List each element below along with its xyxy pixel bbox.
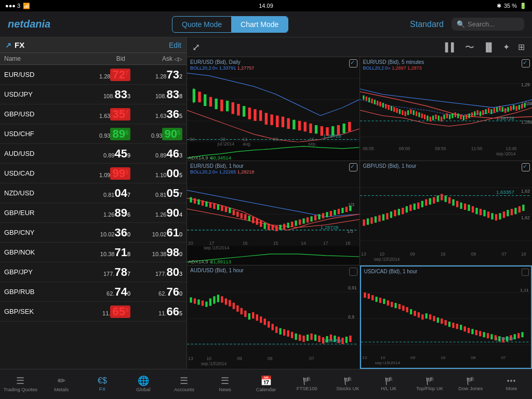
svg-rect-70	[415, 111, 417, 116]
fx-row-gbpnok[interactable]: GBP/NOK 10.38 718 10.38 980	[0, 243, 187, 262]
svg-rect-154	[310, 217, 312, 222]
grid-icon[interactable]: ⊞	[516, 40, 527, 54]
chart-checkbox[interactable]	[349, 163, 357, 171]
fx-row-eurusd[interactable]: EUR/USD 1.28 727 1.28 732	[0, 65, 187, 85]
chart-checkbox[interactable]	[349, 268, 357, 276]
nav-ftse100[interactable]: 🏴 FTSE100	[286, 369, 327, 399]
fx-row-gbpjpy[interactable]: GBP/JPY 177. 787 177. 803	[0, 262, 187, 282]
candle-chart-icon[interactable]: ▐▌	[481, 41, 497, 54]
line-chart-icon[interactable]: 〜	[463, 39, 476, 56]
svg-text:13: 13	[361, 251, 366, 257]
svg-rect-149	[291, 222, 293, 227]
fx-row-gbpsek[interactable]: GBP/SEK 11. 659 11. 665	[0, 302, 187, 322]
fx-row-nzdusd[interactable]: NZD/USD 0.81 047 0.81 057	[0, 183, 187, 203]
status-right: ✱ 35 % 🔋	[497, 3, 527, 9]
nav-stocks-uk[interactable]: 🏴 Stocks UK	[327, 369, 368, 399]
chart-gbpusd-1h[interactable]: GBP/USD (Bid), 1 hour	[360, 161, 533, 264]
svg-rect-161	[338, 209, 340, 214]
fx-row-gbpusd[interactable]: GBP/USD 1.63 357 1.63 365	[0, 104, 187, 124]
svg-rect-194	[405, 206, 407, 212]
svg-rect-147	[283, 224, 285, 229]
svg-rect-69	[413, 110, 414, 115]
svg-rect-132	[225, 207, 227, 212]
svg-text:17: 17	[323, 241, 328, 246]
chart-eurusd-5min[interactable]: EUR/USD (Bid), 5 minutes BOLL20,2:0= 1,2…	[360, 57, 533, 161]
chart-eurusd-1h[interactable]: EUR/USD (Bid), 1 hour BOLL20,2:0= 1,2226…	[187, 161, 360, 264]
expand-icon[interactable]: ⤢	[192, 42, 200, 53]
svg-rect-300	[383, 299, 385, 304]
nav-metals[interactable]: ✏ Metals	[41, 369, 82, 399]
chart-usdcad-1h[interactable]: USD/CAD (Bid), 1 hour	[360, 265, 533, 369]
charts-toolbar: ⤢ ▌▌ 〜 ▐▌ ✦ ⊞	[187, 37, 532, 57]
fx-column-headers: Name Bid Ask ◁▷	[0, 53, 187, 65]
svg-rect-258	[260, 316, 262, 323]
svg-rect-321	[463, 326, 466, 331]
chart-audusd-1h[interactable]: AUD/USD (Bid), 1 hour	[187, 265, 360, 369]
chart-checkbox[interactable]	[522, 163, 530, 171]
bid-price: 1.26 896	[78, 207, 130, 219]
svg-rect-101	[501, 107, 503, 112]
nav-trading-quotes[interactable]: ☰ Trading Quotes	[0, 369, 41, 399]
svg-rect-15	[248, 108, 251, 119]
header: netdania Quote Mode Chart Mode Standard …	[0, 11, 532, 37]
nav-top-flop-uk[interactable]: 🏴 Top/Flop UK	[409, 369, 450, 399]
svg-rect-192	[397, 209, 400, 215]
fx-row-gbprub[interactable]: GBP/RUB 62. 740 62. 760	[0, 282, 187, 302]
fx-row-gbpcny[interactable]: GBP/CNY 10.02 360 10.02 610	[0, 223, 187, 243]
fx-row-usdchf[interactable]: USD/CHF 0.93 896 0.93 905	[0, 124, 187, 144]
nav-fx[interactable]: €$ FX	[82, 369, 123, 399]
fx-row-usdcad[interactable]: USD/CAD 1.09 999 1.10 005	[0, 164, 187, 183]
svg-rect-280	[345, 337, 348, 343]
nav-global[interactable]: 🌐 Global	[123, 369, 164, 399]
nav-news[interactable]: ☰ News	[205, 369, 246, 399]
chart-checkbox[interactable]	[349, 59, 357, 68]
svg-text:1,62: 1,62	[521, 216, 530, 221]
fx-icon: €$	[98, 377, 107, 385]
svg-rect-18	[265, 113, 268, 124]
svg-rect-188	[382, 215, 384, 221]
svg-text:60,34514: 60,34514	[210, 155, 231, 161]
bar-chart-icon[interactable]: ▌▌	[443, 41, 459, 54]
fx-row-gbpeur[interactable]: GBP/EUR 1.26 896 1.26 904	[0, 203, 187, 223]
svg-text:1,63: 1,63	[521, 189, 530, 194]
nav-dow-jones[interactable]: 🏴 Dow Jones	[450, 369, 491, 399]
svg-rect-27	[315, 125, 317, 134]
svg-text:10: 10	[379, 251, 384, 257]
svg-rect-152	[302, 219, 304, 224]
search-box[interactable]: 🔍 Search...	[451, 18, 524, 31]
chart-checkbox[interactable]	[522, 59, 530, 68]
bid-price: 0.93 896	[78, 128, 130, 140]
svg-rect-67	[407, 110, 408, 115]
svg-rect-314	[436, 317, 438, 323]
svg-rect-134	[233, 210, 235, 215]
bid-price: 0.81 047	[78, 188, 130, 199]
fx-edit-button[interactable]: Edit	[169, 41, 181, 49]
nav-accounts[interactable]: ☰ Accounts	[164, 369, 205, 399]
chart-checkbox[interactable]	[522, 269, 529, 276]
chart-mode-button[interactable]: Chart Mode	[231, 17, 288, 32]
search-placeholder: Search...	[468, 20, 495, 28]
svg-text:sep.\15\2014: sep.\15\2014	[201, 361, 227, 366]
quote-mode-button[interactable]: Quote Mode	[172, 17, 231, 32]
svg-rect-217	[495, 215, 497, 221]
svg-rect-140	[256, 219, 258, 225]
svg-rect-299	[379, 298, 381, 303]
fx-row-usdjpy[interactable]: USD/JPY 108. 833 108. 838	[0, 85, 187, 104]
svg-rect-216	[491, 214, 493, 220]
chart-svg: 1,09999 1,11 13 10 sep.\15\2014 09 16 08…	[361, 267, 531, 368]
nav-calendar[interactable]: 📅 Calendar	[246, 369, 287, 399]
pair-name: NZD/USD	[4, 189, 78, 197]
nav-more[interactable]: ••• More	[491, 369, 532, 399]
pin-icon[interactable]: ✦	[501, 40, 512, 54]
svg-rect-272	[314, 335, 316, 341]
svg-rect-89	[468, 113, 470, 118]
nav-hl-uk[interactable]: 🏴 H/L UK	[368, 369, 409, 399]
svg-rect-248	[221, 296, 223, 302]
chart-eurusd-daily[interactable]: EUR/USD (Bid), Daily BOLL20,2:0= 1,33791…	[187, 57, 360, 161]
svg-rect-159	[330, 211, 332, 216]
mode-switcher[interactable]: Quote Mode Chart Mode	[172, 16, 288, 33]
svg-rect-83	[451, 113, 453, 118]
fx-row-audusd[interactable]: AUD/USD 0.89 459 0.89 463	[0, 144, 187, 164]
svg-rect-66	[404, 111, 406, 116]
svg-rect-51	[363, 96, 364, 100]
